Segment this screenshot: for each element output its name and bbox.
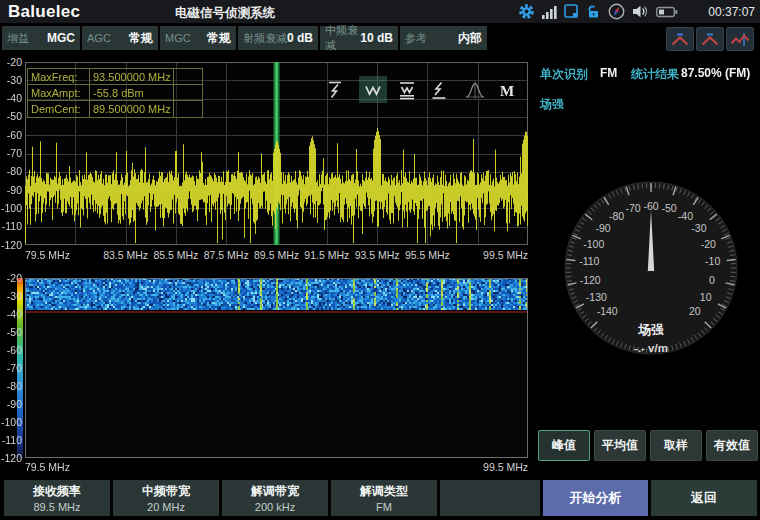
toolbar-cell-1[interactable]: 增益MGC [2,26,80,50]
toolbar-cell-label: MGC [165,32,191,44]
single-recognition-value: FM [600,66,617,80]
toolbar-cell-2[interactable]: AGC常规 [82,26,158,50]
svg-text:-80: -80 [609,210,624,222]
toolbar-cell-5[interactable]: 中频衰减10 dB [320,26,398,50]
battery-icon [656,6,678,18]
y-tick-label: -100 [0,202,22,215]
back-button[interactable]: 返回 [651,480,757,516]
y-tick-label: -40 [0,92,22,105]
peak-search-button[interactable] [666,27,694,51]
bottom-cell-3[interactable]: 解调带宽200 kHz [222,480,328,516]
bottom-cell-label: 中频带宽 [142,483,190,500]
detector-button-3[interactable]: 取样 [650,430,702,461]
info-value: -55.8 dBm [90,85,174,101]
svg-text:-10: -10 [705,255,720,267]
lightning-overline-icon[interactable] [321,76,349,103]
svg-text:-20: -20 [701,238,716,250]
app-title: 电磁信号侦测系统 [175,5,275,22]
toolbar-cell-4[interactable]: 射频衰减0 dB [238,26,318,50]
svg-text:0: 0 [709,274,715,286]
y-tick-label: -120 [0,239,22,252]
toolbar-cell-value: 内部 [458,30,482,47]
waterfall-plot[interactable] [25,278,528,458]
info-value: 89.500000 MHz [90,101,174,117]
y-tick-label: -90 [0,398,22,411]
lightning-underline-icon[interactable] [425,76,453,103]
y-tick-label: -110 [0,220,22,233]
y-tick-label: -50 [0,110,22,123]
field-strength-label: 场强 [540,96,564,113]
y-tick-label: -60 [0,129,22,142]
field-strength-gauge: -140-130-120-110-100-90-80-70-60-50-40-3… [556,170,756,370]
svg-text:-100: -100 [583,238,604,250]
y-tick-label: -40 [0,308,22,321]
y-tick-label: -90 [0,184,22,197]
y-tick-label: -30 [0,290,22,303]
bottom-cell-2[interactable]: 中频带宽20 MHz [113,480,219,516]
bottom-cell-4[interactable]: 解调类型FM [331,480,437,516]
info-label: DemCent: [28,101,90,117]
y-tick-label: -70 [0,147,22,160]
toolbar-cell-label: 参考 [405,31,427,46]
y-tick-label: -20 [0,272,22,285]
y-tick-label: -60 [0,344,22,357]
info-label: MaxAmpt: [28,85,90,101]
detector-button-1[interactable]: 峰值 [538,430,590,461]
y-tick-label: -30 [0,74,22,87]
svg-text:-130: -130 [586,291,607,303]
next-peak-button[interactable] [696,27,724,51]
bottom-cell-value: 200 kHz [255,501,295,513]
info-label: MaxFreq: [28,69,90,85]
svg-text:-120: -120 [580,274,601,286]
bottom-cell-value: 20 MHz [147,501,185,513]
x-tick-label: 85.5 MHz [147,249,205,262]
bottom-cell-value: 89.5 MHz [33,501,80,513]
info-value: 93.500000 MHz [90,69,174,85]
bottom-cell-1[interactable]: 接收频率89.5 MHz [4,480,110,516]
gain-toolbar: 增益MGCAGC常规MGC常规射频衰减0 dB中频衰减10 dB参考内部 [2,26,487,50]
w-lines-icon[interactable] [393,76,421,103]
bottom-cell-value: FM [376,501,392,513]
x-tick-label: 99.5 MHz [470,249,528,262]
svg-text:20: 20 [689,305,701,317]
y-tick-label: -120 [0,452,22,465]
w-icon[interactable] [359,76,387,103]
marker-info-table: MaxFreq:93.500000 MHzMaxAmpt:-55.8 dBmDe… [27,68,203,118]
gauge-reading: -.- v/m [634,342,668,354]
x-tick-label: 83.5 MHz [97,249,155,262]
signal-strength-icon [542,5,557,19]
detector-button-2[interactable]: 平均值 [594,430,646,461]
toolbar-cell-value: 10 dB [360,31,393,45]
toolbar-cell-label: AGC [87,32,111,44]
toolbar-cell-label: 中频衰减 [325,23,360,53]
svg-text:-110: -110 [579,255,599,267]
y-tick-label: -80 [0,380,22,393]
start-analysis-button[interactable]: 开始分析 [543,480,648,516]
marker-trace-button[interactable] [726,27,754,51]
statistics-label: 统计结果 [631,66,679,83]
screenshot-icon[interactable] [564,4,579,19]
detector-button-4[interactable]: 有效值 [706,430,758,461]
y-tick-label: -20 [0,56,22,69]
toolbar-cell-6[interactable]: 参考内部 [400,26,487,50]
waterfall-panel: -20-30-40-50-60-70-80-90-100-110-120 79.… [0,268,532,480]
y-tick-label: -70 [0,362,22,375]
toolbar-cell-label: 增益 [7,31,29,46]
bottom-cell-label: 解调带宽 [251,483,299,500]
spectrum-panel: -20-30-40-50-60-70-80-90-100-110-120 79.… [0,56,532,268]
m-icon[interactable]: M [493,76,521,103]
svg-text:-40: -40 [678,210,693,222]
y-tick-label: -80 [0,165,22,178]
bell-curve-icon[interactable] [461,76,489,103]
settings-gear-icon[interactable] [518,3,535,20]
x-tick-label: 89.5 MHz [248,249,306,262]
toolbar-cell-3[interactable]: MGC常规 [160,26,236,50]
info-spacer [174,101,202,117]
svg-text:-50: -50 [661,202,676,214]
y-tick-label: -110 [0,434,22,447]
toolbar-cell-value: MGC [47,31,75,45]
top-bar: Baluelec 电磁信号侦测系统 00:37:07 [0,0,760,23]
svg-text:M: M [500,82,514,98]
bottom-cell-label: 解调类型 [360,483,408,500]
svg-text:-70: -70 [625,202,640,214]
